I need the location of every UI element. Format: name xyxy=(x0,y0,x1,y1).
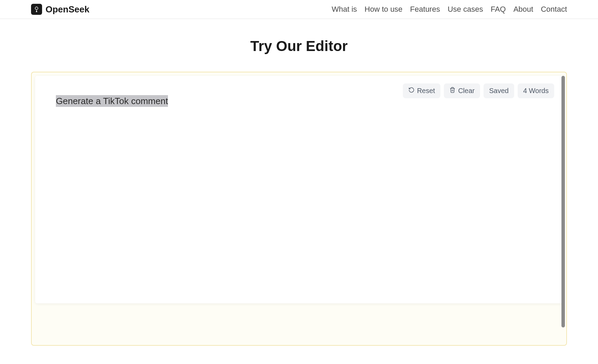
logo[interactable]: OpenSeek xyxy=(31,4,89,15)
keyhole-icon xyxy=(31,4,42,15)
svg-point-0 xyxy=(35,7,38,10)
reset-label: Reset xyxy=(417,87,435,95)
nav-contact[interactable]: Contact xyxy=(541,5,567,14)
header: OpenSeek What is How to use Features Use… xyxy=(0,0,598,19)
brand-name: OpenSeek xyxy=(46,4,89,15)
nav-what-is[interactable]: What is xyxy=(332,5,357,14)
nav-use-cases[interactable]: Use cases xyxy=(448,5,483,14)
editor-panel: Reset Clear Saved 4 Word xyxy=(35,76,563,303)
nav-features[interactable]: Features xyxy=(410,5,440,14)
editor-textarea[interactable]: Generate a TikTok comment xyxy=(56,96,554,107)
reset-icon xyxy=(408,87,415,95)
editor-wrapper: Reset Clear Saved 4 Word xyxy=(31,72,567,346)
nav-how-to-use[interactable]: How to use xyxy=(365,5,402,14)
trash-icon xyxy=(449,87,456,95)
clear-label: Clear xyxy=(458,87,475,95)
main-nav: What is How to use Features Use cases FA… xyxy=(332,5,567,14)
scrollbar[interactable] xyxy=(561,76,565,327)
nav-faq[interactable]: FAQ xyxy=(491,5,506,14)
main-content: Try Our Editor Reset xyxy=(0,19,598,346)
nav-about[interactable]: About xyxy=(514,5,534,14)
editor-content-selected: Generate a TikTok comment xyxy=(56,95,168,107)
page-title: Try Our Editor xyxy=(0,38,598,54)
